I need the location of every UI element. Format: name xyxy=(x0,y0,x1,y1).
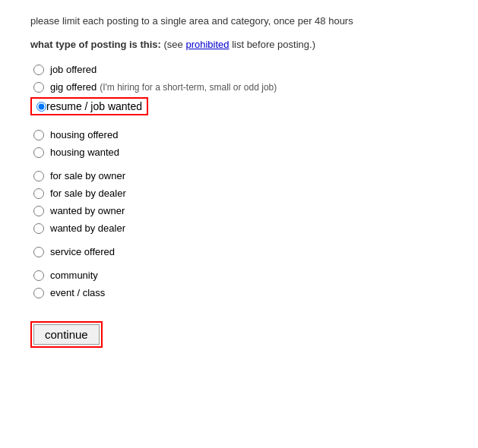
radio-event_class[interactable] xyxy=(33,288,44,298)
question-bold: what type of posting is this: xyxy=(30,39,161,50)
radio-for_sale_owner[interactable] xyxy=(33,171,44,181)
label-wanted_dealer[interactable]: wanted by dealer xyxy=(50,222,125,234)
posting-type-options: job offeredgig offered(I'm hiring for a … xyxy=(30,62,448,300)
prohibited-link[interactable]: prohibited xyxy=(185,39,229,50)
radio-resume_job_wanted[interactable] xyxy=(36,102,46,112)
option-highlighted-resume_job_wanted: resume / job wanted xyxy=(30,97,448,118)
option-row-gig_offered: gig offered(I'm hiring for a short-term,… xyxy=(30,80,448,94)
option-group-group5: communityevent / class xyxy=(30,268,448,300)
label-job_offered[interactable]: job offered xyxy=(50,64,97,75)
radio-service_offered[interactable] xyxy=(33,247,44,257)
label-community[interactable]: community xyxy=(50,270,98,281)
option-row-housing_offered: housing offered xyxy=(30,128,448,142)
notice-text: please limit each posting to a single ar… xyxy=(30,15,448,27)
option-row-service_offered: service offered xyxy=(30,245,448,259)
question-suffix: list before posting.) xyxy=(230,39,315,50)
label-for_sale_owner[interactable]: for sale by owner xyxy=(50,170,125,181)
option-group-group3: for sale by ownerfor sale by dealerwante… xyxy=(30,169,448,235)
radio-housing_wanted[interactable] xyxy=(33,147,44,158)
label-service_offered[interactable]: service offered xyxy=(50,246,115,257)
continue-button-wrapper: continue xyxy=(30,321,103,348)
question-prefix: (see xyxy=(164,39,186,50)
radio-community[interactable] xyxy=(33,270,44,281)
radio-wanted_dealer[interactable] xyxy=(33,223,44,234)
option-row-for_sale_owner: for sale by owner xyxy=(30,169,448,183)
label-for_sale_dealer[interactable]: for sale by dealer xyxy=(50,188,126,199)
label-gig_offered[interactable]: gig offered xyxy=(50,81,97,93)
option-row-event_class: event / class xyxy=(30,286,448,300)
label-resume_job_wanted[interactable]: resume / job wanted xyxy=(46,100,142,112)
question-text: what type of posting is this: (see prohi… xyxy=(30,39,448,50)
radio-housing_offered[interactable] xyxy=(33,130,44,140)
option-highlight-box-resume_job_wanted: resume / job wanted xyxy=(30,97,148,115)
label-housing_offered[interactable]: housing offered xyxy=(50,129,118,140)
radio-for_sale_dealer[interactable] xyxy=(33,188,44,199)
label-wanted_owner[interactable]: wanted by owner xyxy=(50,205,125,216)
label-housing_wanted[interactable]: housing wanted xyxy=(50,147,119,158)
continue-button[interactable]: continue xyxy=(33,324,100,345)
option-group-group4: service offered xyxy=(30,245,448,259)
option-row-housing_wanted: housing wanted xyxy=(30,145,448,159)
radio-gig_offered[interactable] xyxy=(33,82,44,93)
radio-wanted_owner[interactable] xyxy=(33,206,44,216)
option-row-wanted_owner: wanted by owner xyxy=(30,203,448,218)
option-row-for_sale_dealer: for sale by dealer xyxy=(30,186,448,200)
label-event_class[interactable]: event / class xyxy=(50,287,105,298)
sub-label-gig_offered: (I'm hiring for a short-term, small or o… xyxy=(100,82,277,93)
option-row-wanted_dealer: wanted by dealer xyxy=(30,221,448,235)
option-row-community: community xyxy=(30,268,448,282)
radio-job_offered[interactable] xyxy=(33,65,44,75)
option-group-group2: housing offeredhousing wanted xyxy=(30,128,448,159)
option-row-job_offered: job offered xyxy=(30,62,448,77)
option-group-group1: job offeredgig offered(I'm hiring for a … xyxy=(30,62,448,118)
